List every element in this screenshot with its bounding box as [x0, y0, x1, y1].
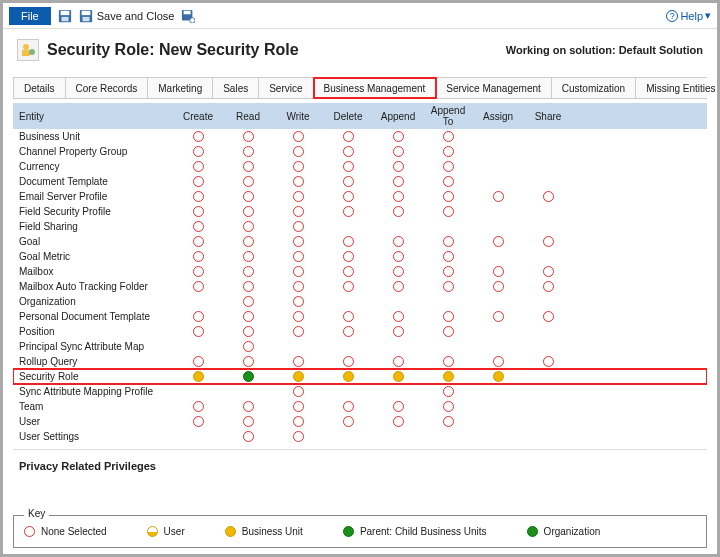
privilege-none-icon[interactable] — [293, 236, 304, 247]
privilege-cell[interactable] — [223, 414, 273, 429]
privilege-cell[interactable] — [423, 279, 473, 294]
privilege-none-icon[interactable] — [343, 146, 354, 157]
privilege-cell[interactable] — [173, 174, 223, 189]
entity-name[interactable]: Goal Metric — [13, 249, 173, 264]
privilege-none-icon[interactable] — [293, 191, 304, 202]
privilege-cell[interactable] — [373, 354, 423, 369]
privilege-none-icon[interactable] — [543, 281, 554, 292]
privilege-cell[interactable] — [173, 414, 223, 429]
privilege-bu-icon[interactable] — [343, 371, 354, 382]
privilege-none-icon[interactable] — [443, 191, 454, 202]
entity-name[interactable]: User — [13, 414, 173, 429]
privilege-cell[interactable] — [473, 279, 523, 294]
privilege-cell[interactable] — [373, 264, 423, 279]
privilege-cell[interactable] — [173, 264, 223, 279]
privilege-cell[interactable] — [223, 264, 273, 279]
privilege-cell[interactable] — [423, 249, 473, 264]
privilege-none-icon[interactable] — [543, 356, 554, 367]
privilege-cell[interactable] — [423, 384, 473, 399]
privilege-cell[interactable] — [323, 249, 373, 264]
privilege-cell[interactable] — [273, 174, 323, 189]
tab-missing-entities[interactable]: Missing Entities — [636, 78, 720, 98]
privilege-cell[interactable] — [373, 324, 423, 339]
privilege-cell[interactable] — [523, 279, 573, 294]
privilege-cell[interactable] — [223, 219, 273, 234]
privilege-cell[interactable] — [473, 354, 523, 369]
privilege-cell[interactable] — [273, 249, 323, 264]
privilege-none-icon[interactable] — [393, 176, 404, 187]
privilege-none-icon[interactable] — [293, 356, 304, 367]
privilege-cell[interactable] — [173, 354, 223, 369]
privilege-cell[interactable] — [223, 144, 273, 159]
privilege-none-icon[interactable] — [193, 161, 204, 172]
privilege-cell[interactable] — [223, 174, 273, 189]
privilege-cell[interactable] — [323, 264, 373, 279]
privilege-none-icon[interactable] — [243, 251, 254, 262]
privilege-cell[interactable] — [273, 189, 323, 204]
privilege-cell[interactable] — [173, 129, 223, 144]
privilege-none-icon[interactable] — [443, 131, 454, 142]
privilege-none-icon[interactable] — [343, 266, 354, 277]
privilege-cell[interactable] — [273, 384, 323, 399]
privilege-none-icon[interactable] — [443, 311, 454, 322]
privilege-none-icon[interactable] — [193, 266, 204, 277]
privilege-cell[interactable] — [223, 249, 273, 264]
privilege-none-icon[interactable] — [443, 326, 454, 337]
tab-core-records[interactable]: Core Records — [66, 78, 149, 98]
entity-name[interactable]: Security Role — [13, 369, 173, 384]
privilege-cell[interactable] — [323, 309, 373, 324]
tab-sales[interactable]: Sales — [213, 78, 259, 98]
entity-name[interactable]: Channel Property Group — [13, 144, 173, 159]
entity-name[interactable]: Rollup Query — [13, 354, 173, 369]
privilege-none-icon[interactable] — [343, 236, 354, 247]
privilege-none-icon[interactable] — [343, 356, 354, 367]
privilege-pcbu-icon[interactable] — [343, 526, 354, 537]
privilege-none-icon[interactable] — [193, 416, 204, 427]
privilege-none-icon[interactable] — [393, 131, 404, 142]
privilege-cell[interactable] — [273, 144, 323, 159]
privilege-cell[interactable] — [273, 294, 323, 309]
privilege-none-icon[interactable] — [193, 251, 204, 262]
privilege-none-icon[interactable] — [343, 176, 354, 187]
privilege-none-icon[interactable] — [243, 341, 254, 352]
privilege-none-icon[interactable] — [393, 236, 404, 247]
privilege-bu-icon[interactable] — [293, 371, 304, 382]
privilege-none-icon[interactable] — [24, 526, 35, 537]
privilege-cell[interactable] — [273, 414, 323, 429]
column-header-append-to[interactable]: Append To — [423, 103, 473, 129]
privilege-cell[interactable] — [373, 129, 423, 144]
privilege-none-icon[interactable] — [293, 131, 304, 142]
privilege-none-icon[interactable] — [393, 251, 404, 262]
privilege-cell[interactable] — [473, 369, 523, 384]
privilege-none-icon[interactable] — [293, 146, 304, 157]
privilege-none-icon[interactable] — [493, 236, 504, 247]
privilege-cell[interactable] — [423, 309, 473, 324]
privilege-cell[interactable] — [323, 159, 373, 174]
privilege-none-icon[interactable] — [293, 161, 304, 172]
entity-name[interactable]: Field Sharing — [13, 219, 173, 234]
privilege-cell[interactable] — [173, 234, 223, 249]
privilege-none-icon[interactable] — [393, 281, 404, 292]
save-new-icon[interactable] — [180, 8, 196, 24]
privilege-cell[interactable] — [223, 279, 273, 294]
privilege-none-icon[interactable] — [293, 431, 304, 442]
privilege-none-icon[interactable] — [493, 311, 504, 322]
privilege-cell[interactable] — [373, 279, 423, 294]
save-and-close-button[interactable]: Save and Close — [79, 9, 175, 23]
privilege-bu-icon[interactable] — [225, 526, 236, 537]
privilege-none-icon[interactable] — [193, 206, 204, 217]
privilege-cell[interactable] — [373, 144, 423, 159]
privilege-cell[interactable] — [523, 309, 573, 324]
save-icon[interactable] — [57, 8, 73, 24]
privilege-none-icon[interactable] — [243, 221, 254, 232]
privilege-none-icon[interactable] — [493, 356, 504, 367]
privilege-none-icon[interactable] — [443, 176, 454, 187]
privilege-none-icon[interactable] — [193, 356, 204, 367]
privilege-cell[interactable] — [523, 234, 573, 249]
tab-marketing[interactable]: Marketing — [148, 78, 213, 98]
privilege-none-icon[interactable] — [243, 161, 254, 172]
column-header-delete[interactable]: Delete — [323, 103, 373, 129]
entity-name[interactable]: Document Template — [13, 174, 173, 189]
column-header-entity[interactable]: Entity — [13, 103, 173, 129]
privilege-none-icon[interactable] — [193, 281, 204, 292]
